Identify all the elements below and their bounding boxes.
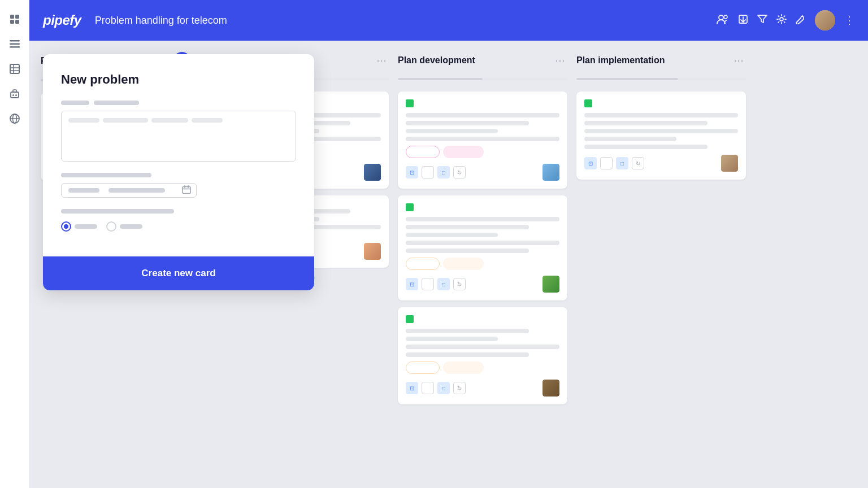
globe-icon[interactable] [5,108,25,129]
card-badges: ⊡ □ ↻ [406,166,466,178]
modal-body: New problem [43,54,314,256]
card-status-row [406,146,559,158]
card-tags [406,203,559,211]
column-menu-button[interactable]: ⋯ [374,52,389,69]
badge-icon: □ [437,278,450,290]
wrench-icon[interactable] [796,14,806,27]
tag-green [406,99,414,107]
avatar-image [542,276,559,293]
avatar-image [721,155,738,172]
status-badge [443,146,484,158]
column-title: Plan development [398,55,548,66]
card-footer: ⊡ □ ↻ [584,155,738,172]
card: ⊡ □ ↻ [398,195,567,300]
svg-rect-4 [10,40,20,42]
import-icon[interactable] [738,14,748,27]
new-card-modal: New problem [43,54,314,290]
card: ⊡ □ ↻ [576,91,746,180]
tag-green [406,315,414,323]
card-footer: ⊡ □ ↻ [406,276,559,293]
status-badge [406,361,440,374]
user-avatar[interactable] [815,10,835,30]
badge-icon: □ [437,166,450,178]
badge-icon: ⊡ [406,166,418,178]
column-progress [576,78,746,80]
header-actions: ⋮ [717,10,854,30]
card-status-row [406,258,559,270]
tag-green [406,203,414,211]
avatar-image [364,243,381,260]
badge-icon: ⊡ [406,382,418,394]
card-tags [406,99,559,107]
radio-selected-indicator [61,221,71,232]
radio-option-1[interactable] [61,221,97,232]
badge-icon: □ [437,382,450,394]
column-title: Plan implementation [576,55,727,66]
avatar-image [542,380,559,396]
svg-rect-11 [11,92,19,98]
svg-point-14 [15,94,17,96]
filter-icon[interactable] [757,15,767,27]
badge-icon [422,382,434,394]
bot-icon[interactable] [5,84,25,104]
modal-footer: Create new card [43,256,314,290]
settings-icon[interactable] [776,14,787,27]
column-menu-button[interactable]: ⋯ [553,52,567,69]
card-badges: ⊡ □ ↻ [406,278,466,290]
header: pipefy Problem handling for telecom [29,0,868,41]
svg-rect-23 [183,187,190,194]
date-input[interactable] [61,183,197,198]
table-icon[interactable] [5,59,25,79]
calendar-icon [182,185,191,196]
list-icon[interactable] [5,34,25,54]
badge-icon: ↻ [453,382,466,394]
field-label-skeleton [61,209,174,213]
main-content: pipefy Problem handling for telecom [29,0,868,488]
card-badges: ⊡ □ ↻ [406,382,466,394]
column-header: Plan implementation ⋯ [576,52,746,69]
svg-point-13 [12,94,14,96]
svg-rect-0 [10,15,14,19]
description-textarea[interactable] [61,111,296,162]
board: Problem identification + ⋯ ⊡ [29,41,868,488]
tag-green [584,99,592,107]
svg-rect-2 [10,20,14,24]
board-title: Problem handling for telecom [95,15,227,27]
column-header: Plan development ⋯ [398,52,567,69]
card-avatar [542,380,559,396]
form-group-duedate [61,173,296,198]
badge-icon: ⊡ [406,278,418,290]
badge-icon [600,157,613,169]
badge-icon [422,166,434,178]
radio-option-2[interactable] [106,221,142,232]
avatar-image [542,164,559,181]
column-menu-button[interactable]: ⋯ [731,52,746,69]
date-input-wrapper [61,183,197,198]
badge-icon: ↻ [632,157,644,169]
grid-icon[interactable] [5,9,25,29]
field-label-skeleton [94,101,139,105]
avatar-image [364,164,381,181]
status-badge [406,146,440,158]
svg-rect-12 [13,90,16,92]
card-status-row [406,361,559,374]
field-label-skeleton [61,101,89,105]
svg-rect-6 [10,46,20,48]
create-card-button[interactable]: Create new card [61,268,296,279]
radio-label [120,224,142,229]
card-avatar [542,276,559,293]
more-menu-icon[interactable]: ⋮ [844,14,854,27]
card-avatar [364,164,381,181]
card-avatar [364,243,381,260]
status-badge [443,361,484,374]
card-tags [406,315,559,323]
badge-icon: ↻ [453,166,466,178]
modal-title: New problem [61,72,296,87]
logo: pipefy [43,12,81,28]
card-avatar [542,164,559,181]
card-avatar [721,155,738,172]
svg-rect-7 [10,64,19,73]
users-icon[interactable] [717,14,729,27]
card-footer: ⊡ □ ↻ [406,164,559,181]
svg-rect-1 [15,15,19,19]
